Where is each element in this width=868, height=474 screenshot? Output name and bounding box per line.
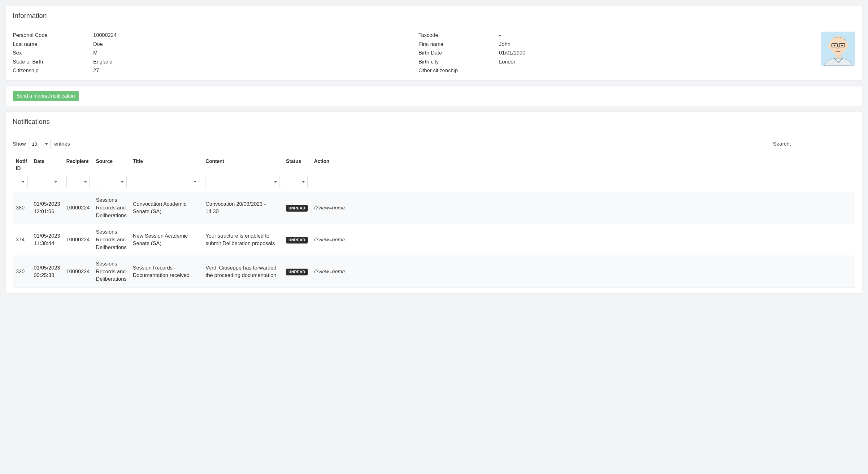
- info-label: Other citizenship: [418, 67, 499, 75]
- info-label: Birth Date: [418, 49, 499, 57]
- cell-source: Sessions Records and Deliberations: [93, 224, 130, 256]
- table-row: 320 01/05/2023 00:25:38 10000224 Session…: [13, 256, 855, 288]
- svg-point-3: [845, 43, 848, 48]
- cell-recipient: 10000224: [63, 256, 93, 288]
- table-row: 374 01/05/2023 11:38:44 10000224 Session…: [13, 224, 855, 256]
- status-badge: UNREAD: [286, 205, 308, 212]
- information-header: Information: [6, 6, 862, 26]
- info-label: Sex: [13, 49, 93, 57]
- filter-status[interactable]: [286, 176, 308, 188]
- send-card: Send a manual notification: [6, 86, 862, 106]
- info-value: 10000224: [93, 32, 117, 39]
- col-action[interactable]: Action: [311, 154, 855, 174]
- svg-point-2: [828, 43, 831, 48]
- filter-notif-id[interactable]: [16, 176, 28, 188]
- cell-id: 374: [13, 224, 31, 256]
- info-value: John: [499, 40, 510, 48]
- status-badge: UNREAD: [286, 237, 308, 243]
- col-source[interactable]: Source: [93, 154, 130, 174]
- cell-title: Session Records - Documentation received: [130, 256, 203, 288]
- info-label: Last name: [13, 40, 93, 48]
- cell-date: 01/05/2023 12:01:06: [31, 192, 63, 224]
- search-control: Search:: [773, 139, 855, 149]
- entries-per-page-select[interactable]: 10: [29, 139, 51, 149]
- cell-title: Convocation Academic Senate (SA): [130, 192, 203, 224]
- cell-recipient: 10000224: [63, 192, 93, 224]
- cell-source: Sessions Records and Deliberations: [93, 192, 130, 224]
- info-left-column: Personal Code10000224 Last nameDoe SexM …: [13, 32, 406, 75]
- table-row: 380 01/05/2023 12:01:06 10000224 Session…: [13, 192, 855, 224]
- info-label: Taxcode: [418, 32, 499, 39]
- info-right-column: Taxcode- First nameJohn Birth Date01/01/…: [418, 32, 855, 75]
- show-label-pre: Show: [13, 141, 26, 147]
- table-filter-row: [13, 174, 855, 192]
- svg-point-7: [834, 45, 836, 46]
- cell-date: 01/05/2023 11:38:44: [31, 224, 63, 256]
- information-body: Personal Code10000224 Last nameDoe SexM …: [6, 26, 862, 80]
- status-badge: UNREAD: [286, 269, 308, 275]
- table-header-row: Notif ID Date Recipient Source Title Con…: [13, 154, 855, 174]
- info-label: Birth city: [418, 58, 499, 66]
- col-content[interactable]: Content: [203, 154, 283, 174]
- info-value: England: [93, 58, 112, 66]
- notifications-card: Notifications Show 10 entries Search:: [6, 112, 862, 294]
- info-value: 27: [93, 67, 99, 75]
- cell-id: 320: [13, 256, 31, 288]
- info-value: -: [499, 32, 501, 39]
- col-notif-id[interactable]: Notif ID: [13, 154, 31, 174]
- col-date[interactable]: Date: [31, 154, 63, 174]
- notifications-table: Notif ID Date Recipient Source Title Con…: [13, 154, 855, 288]
- cell-id: 380: [13, 192, 31, 224]
- search-label: Search:: [773, 141, 791, 147]
- filter-title[interactable]: [133, 176, 199, 188]
- svg-point-8: [841, 45, 843, 46]
- filter-source[interactable]: [96, 176, 127, 188]
- information-title: Information: [13, 11, 855, 21]
- search-input[interactable]: [795, 139, 855, 149]
- info-label: Citizenship: [13, 67, 93, 75]
- info-label: State of Birth: [13, 58, 93, 66]
- filter-content[interactable]: [206, 176, 280, 188]
- avatar-icon: [821, 32, 855, 66]
- entries-length-control: Show 10 entries: [13, 139, 70, 149]
- information-card: Information Personal Code10000224 Last n…: [6, 6, 862, 81]
- notifications-header: Notifications: [6, 112, 862, 132]
- cell-date: 01/05/2023 00:25:38: [31, 256, 63, 288]
- cell-source: Sessions Records and Deliberations: [93, 256, 130, 288]
- filter-date[interactable]: [34, 176, 60, 188]
- info-value: Doe: [93, 40, 103, 48]
- action-link[interactable]: /?view=home: [314, 237, 345, 243]
- table-body: 380 01/05/2023 12:01:06 10000224 Session…: [13, 192, 855, 288]
- send-manual-notification-button[interactable]: Send a manual notification: [13, 91, 79, 101]
- cell-content: Convocation 20/03/2023 - 14:30: [203, 192, 283, 224]
- notifications-body: Show 10 entries Search: Notif ID Date: [6, 132, 862, 293]
- cell-content: Verdi Giuseppe has forwarded the proceed…: [203, 256, 283, 288]
- info-label: Personal Code: [13, 32, 93, 39]
- col-title[interactable]: Title: [130, 154, 203, 174]
- notifications-title: Notifications: [13, 117, 855, 127]
- filter-recipient[interactable]: [66, 176, 90, 188]
- info-value: M: [93, 49, 97, 57]
- action-link[interactable]: /?view=home: [314, 269, 345, 274]
- avatar: [821, 32, 855, 66]
- info-value: London: [499, 58, 517, 66]
- col-status[interactable]: Status: [283, 154, 311, 174]
- info-value: 01/01/1990: [499, 49, 525, 57]
- action-link[interactable]: /?view=home: [314, 205, 345, 211]
- col-recipient[interactable]: Recipient: [63, 154, 93, 174]
- cell-content: Your structure is enabled to submit Deli…: [203, 224, 283, 256]
- cell-title: New Session Academic Senate (SA): [130, 224, 203, 256]
- cell-recipient: 10000224: [63, 224, 93, 256]
- info-label: First name: [418, 40, 499, 48]
- show-label-post: entries: [54, 141, 70, 147]
